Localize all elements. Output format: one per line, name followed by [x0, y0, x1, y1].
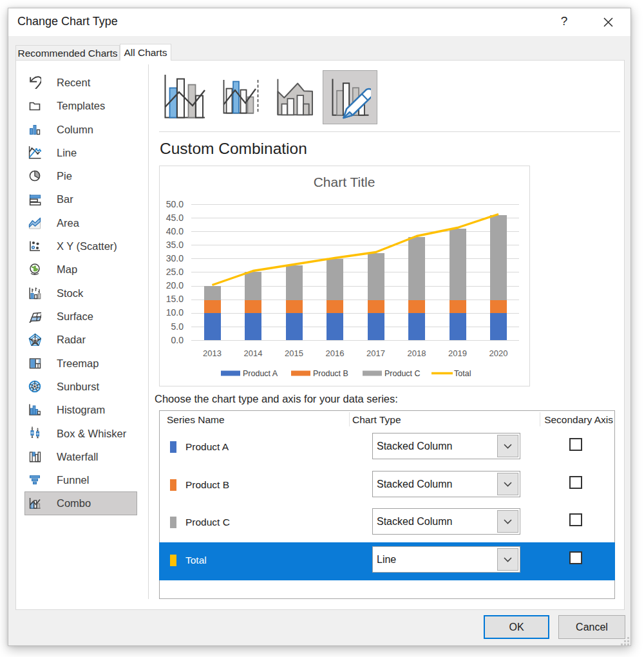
svg-text:2020: 2020 [489, 348, 508, 358]
svg-text:5.0: 5.0 [171, 321, 184, 332]
svg-text:2014: 2014 [244, 348, 263, 358]
svg-text:Product C: Product C [384, 369, 421, 378]
svg-text:40.0: 40.0 [166, 226, 184, 236]
svg-text:Chart Title: Chart Title [314, 175, 375, 189]
svg-text:Total: Total [454, 369, 471, 378]
svg-text:Product B: Product B [313, 369, 348, 378]
svg-text:10.0: 10.0 [166, 307, 184, 318]
svg-text:2017: 2017 [366, 348, 385, 358]
svg-text:2013: 2013 [203, 348, 222, 358]
svg-text:2018: 2018 [408, 348, 426, 358]
svg-text:20.0: 20.0 [166, 280, 184, 290]
svg-text:30.0: 30.0 [166, 253, 184, 263]
svg-text:Product A: Product A [243, 369, 278, 378]
svg-text:2016: 2016 [326, 348, 345, 358]
svg-text:0.0: 0.0 [171, 335, 184, 345]
svg-text:15.0: 15.0 [166, 294, 184, 304]
svg-text:2019: 2019 [448, 348, 467, 358]
svg-text:50.0: 50.0 [166, 199, 184, 209]
svg-text:25.0: 25.0 [166, 267, 184, 277]
svg-text:2015: 2015 [285, 348, 303, 358]
svg-text:35.0: 35.0 [166, 240, 184, 250]
svg-text:45.0: 45.0 [166, 213, 184, 223]
